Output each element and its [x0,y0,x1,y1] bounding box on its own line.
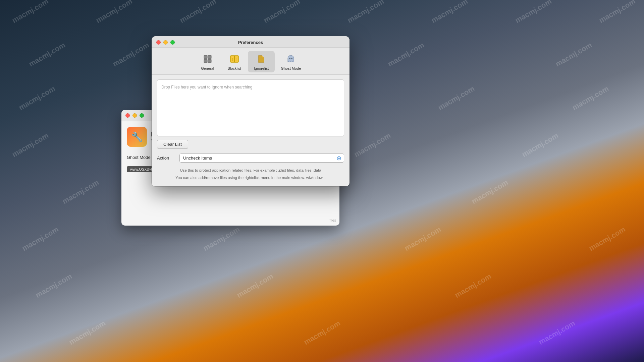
window-titlebar: Preferences [152,36,350,48]
info-line-1: Use this to protect application related … [157,167,344,174]
tab-general-label: General [201,66,214,70]
general-icon [202,53,214,65]
action-select[interactable]: Uncheck Items Delete Items Move to Trash [179,154,344,163]
action-row: Action Uncheck Items Delete Items Move t… [157,154,344,163]
svg-rect-3 [208,59,211,63]
window-controls [156,40,175,45]
prefs-window: Preferences General ! ! [152,36,350,186]
info-text-block: Use this to protect application related … [157,167,344,182]
tab-ghost-mode[interactable]: Ghost Mode [275,51,307,72]
svg-point-12 [291,58,292,59]
tab-ghost-mode-label: Ghost Mode [281,66,301,70]
svg-rect-1 [208,55,211,59]
tab-blocklist[interactable]: ! ! Blocklist [221,51,248,72]
remover-minimize-btn[interactable] [132,113,137,118]
tab-blocklist-label: Blocklist [228,66,241,70]
prefs-content: Drop Files here you want to Ignore when … [152,75,350,186]
info-line-2: You can also add/remove files using the … [157,174,344,181]
app-icon-glyph: 🔧 [131,131,143,142]
tab-ignorelist-label: Ignorelist [254,66,269,70]
toolbar: General ! ! Blocklist [152,48,350,75]
svg-text:!: ! [232,58,233,61]
action-select-wrapper: Uncheck Items Delete Items Move to Trash… [179,154,344,163]
window-title: Preferences [238,40,263,45]
blocklist-icon: ! ! [228,53,240,65]
ignorelist-icon [255,53,267,65]
remover-close-btn[interactable] [125,113,130,118]
clear-list-button[interactable]: Clear List [157,140,188,149]
drop-zone-hint: Drop Files here you want to Ignore when … [161,84,252,90]
maximize-button[interactable] [170,40,175,45]
svg-text:!: ! [235,58,236,61]
svg-point-11 [289,58,290,59]
tab-general[interactable]: General [194,51,221,72]
remover-maximize-btn[interactable] [140,113,144,118]
minimize-button[interactable] [163,40,168,45]
action-label: Action [157,156,175,161]
close-button[interactable] [156,40,161,45]
ghost-mode-label: Ghost Mode [127,155,151,160]
ghost-mode-icon [285,53,297,65]
files-corner: files [329,218,336,222]
svg-rect-2 [204,59,207,63]
svg-rect-0 [204,55,207,59]
app-icon: 🔧 [127,127,147,147]
tab-ignorelist[interactable]: Ignorelist [248,51,275,72]
drop-zone[interactable]: Drop Files here you want to Ignore when … [157,79,344,136]
